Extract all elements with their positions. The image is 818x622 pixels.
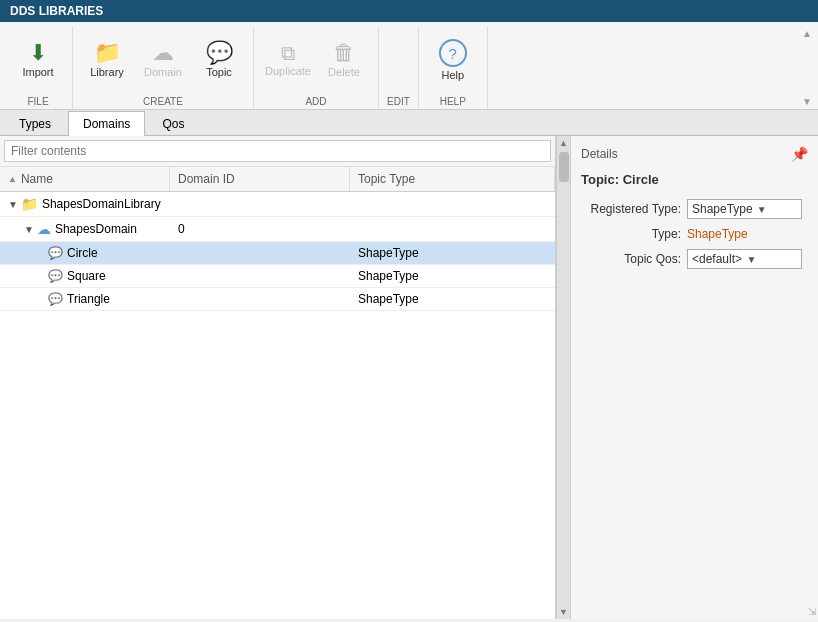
resize-corner: ⇲	[808, 606, 816, 617]
delete-label: Delete	[328, 66, 360, 78]
library-icon: 📁	[94, 42, 121, 64]
details-title-bar: Details 📌	[581, 146, 808, 162]
library-button[interactable]: 📁 Library	[81, 30, 133, 90]
topic-qos-value: <default>	[692, 252, 743, 266]
registered-type-dropdown[interactable]: ShapeType ▼	[687, 199, 802, 219]
type-value: ShapeType	[687, 227, 748, 241]
topic-heading: Topic: Circle	[581, 172, 808, 187]
scroll-down-btn[interactable]: ▼	[557, 605, 570, 619]
ribbon-add-label: ADD	[305, 94, 326, 109]
left-panel: ▲ Name Domain ID Topic Type ▼ 📁 ShapesDo…	[0, 136, 556, 619]
tab-domains[interactable]: Domains	[68, 111, 145, 136]
tree-row-circle[interactable]: 💬 Circle ShapeType	[0, 242, 555, 265]
pin-icon[interactable]: 📌	[791, 146, 808, 162]
ribbon-scroll-down[interactable]: ▼	[802, 96, 812, 107]
duplicate-button[interactable]: ⧉ Duplicate	[262, 30, 314, 90]
ribbon-file-label: FILE	[27, 94, 48, 109]
domain-chevron[interactable]: ▼	[24, 224, 34, 235]
help-button[interactable]: ? Help	[427, 30, 479, 90]
ribbon: ⬇ Import FILE 📁 Library ☁ Domain 💬 Topic…	[0, 22, 818, 110]
domain-name-cell: ▼ ☁ ShapesDomain	[0, 217, 170, 241]
ribbon-scroll-up[interactable]: ▲	[802, 28, 812, 39]
tree-row-square[interactable]: 💬 Square ShapeType	[0, 265, 555, 288]
filter-bar	[0, 136, 555, 167]
title-text: DDS LIBRARIES	[10, 4, 103, 18]
topic-qos-dropdown[interactable]: <default> ▼	[687, 249, 802, 269]
topic-icon: 💬	[206, 42, 233, 64]
triangle-type-cell: ShapeType	[350, 288, 555, 310]
import-icon: ⬇	[29, 42, 47, 64]
ribbon-group-add: ⧉ Duplicate 🗑 Delete ADD	[254, 26, 379, 109]
sort-arrow-name: ▲	[8, 174, 17, 184]
col-header-topic: Topic Type	[350, 167, 555, 191]
tree-row-library[interactable]: ▼ 📁 ShapesDomainLibrary	[0, 192, 555, 217]
type-label: Type:	[581, 227, 681, 241]
ribbon-help-label: HELP	[440, 94, 466, 109]
triangle-domain-cell	[170, 288, 350, 310]
details-label: Details	[581, 147, 618, 161]
delete-button[interactable]: 🗑 Delete	[318, 30, 370, 90]
tab-types[interactable]: Types	[4, 111, 66, 136]
details-panel: Details 📌 Topic: Circle Registered Type:…	[570, 136, 818, 619]
import-button[interactable]: ⬇ Import	[12, 30, 64, 90]
domain-icon-tree: ☁	[37, 221, 51, 237]
library-label: Library	[90, 66, 124, 78]
square-domain-cell	[170, 265, 350, 287]
tree-row-triangle[interactable]: 💬 Triangle ShapeType	[0, 288, 555, 311]
col-header-domain: Domain ID	[170, 167, 350, 191]
library-icon-tree: 📁	[21, 196, 38, 212]
registered-type-label: Registered Type:	[581, 202, 681, 216]
ribbon-group-create: 📁 Library ☁ Domain 💬 Topic CREATE	[73, 26, 254, 109]
help-icon: ?	[439, 39, 467, 67]
domain-id-cell: 0	[170, 217, 350, 241]
topic-qos-label: Topic Qos:	[581, 252, 681, 266]
library-domain-cell	[170, 192, 350, 216]
scroll-up-btn[interactable]: ▲	[557, 136, 570, 150]
tree-table: ▲ Name Domain ID Topic Type ▼ 📁 ShapesDo…	[0, 167, 555, 619]
left-panel-scrollbar[interactable]: ▲ ▼	[556, 136, 570, 619]
ribbon-create-label: CREATE	[143, 94, 183, 109]
scroll-thumb[interactable]	[559, 152, 569, 182]
tab-qos[interactable]: Qos	[147, 111, 199, 136]
topic-qos-row: Topic Qos: <default> ▼	[581, 249, 808, 269]
tree-header: ▲ Name Domain ID Topic Type	[0, 167, 555, 192]
ribbon-group-help: ? Help HELP	[419, 26, 488, 109]
tree-row-domain[interactable]: ▼ ☁ ShapesDomain 0	[0, 217, 555, 242]
domain-label: Domain	[144, 66, 182, 78]
circle-type-cell: ShapeType	[350, 242, 555, 264]
tabs-bar: Types Domains Qos	[0, 110, 818, 136]
library-topic-cell	[350, 192, 555, 216]
square-topic-icon: 💬	[48, 269, 63, 283]
library-name-cell: ▼ 📁 ShapesDomainLibrary	[0, 192, 170, 216]
help-label: Help	[441, 69, 464, 81]
domain-topic-cell	[350, 217, 555, 241]
col-header-name: ▲ Name	[0, 167, 170, 191]
ribbon-group-file: ⬇ Import FILE	[4, 26, 73, 109]
domain-icon: ☁	[152, 42, 174, 64]
topic-qos-arrow: ▼	[747, 254, 798, 265]
circle-name-cell: 💬 Circle	[0, 242, 170, 264]
filter-input[interactable]	[4, 140, 551, 162]
delete-icon: 🗑	[333, 42, 355, 64]
registered-type-value: ShapeType	[692, 202, 753, 216]
topic-button[interactable]: 💬 Topic	[193, 30, 245, 90]
topic-label: Topic	[206, 66, 232, 78]
triangle-name-cell: 💬 Triangle	[0, 288, 170, 310]
circle-domain-cell	[170, 242, 350, 264]
import-label: Import	[22, 66, 53, 78]
domain-button[interactable]: ☁ Domain	[137, 30, 189, 90]
library-chevron[interactable]: ▼	[8, 199, 18, 210]
registered-type-row: Registered Type: ShapeType ▼	[581, 199, 808, 219]
ribbon-group-edit: EDIT	[379, 26, 419, 109]
square-name-cell: 💬 Square	[0, 265, 170, 287]
title-bar: DDS LIBRARIES	[0, 0, 818, 22]
duplicate-icon: ⧉	[281, 43, 295, 63]
triangle-topic-icon: 💬	[48, 292, 63, 306]
duplicate-label: Duplicate	[265, 65, 311, 77]
ribbon-edit-label: EDIT	[387, 94, 410, 109]
type-row: Type: ShapeType	[581, 227, 808, 241]
main-area: ▲ Name Domain ID Topic Type ▼ 📁 ShapesDo…	[0, 136, 818, 619]
circle-topic-icon: 💬	[48, 246, 63, 260]
square-type-cell: ShapeType	[350, 265, 555, 287]
registered-type-arrow: ▼	[757, 204, 797, 215]
